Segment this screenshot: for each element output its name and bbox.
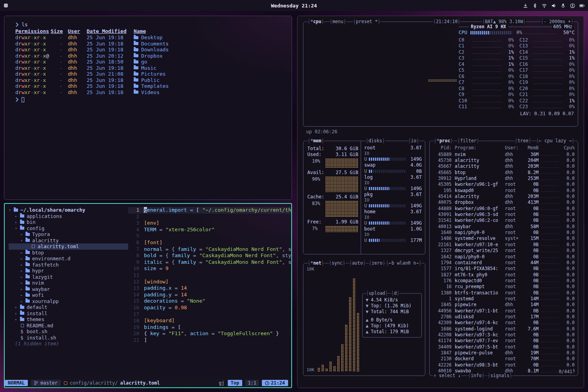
tree-item-boot.sh[interactable]: $boot.sh — [9, 328, 128, 335]
select-control[interactable]: ↑ select ↓ — [433, 373, 461, 379]
volume-icon[interactable] — [551, 3, 557, 9]
process-row[interactable]: 22161 kworker/u97:10-e root 0B 0.0 — [433, 241, 575, 247]
line-number: 11 — [128, 272, 139, 279]
disk-size: 3.6T — [410, 192, 422, 198]
process-row[interactable]: 45667 alacritty dhh 203M 0.0 — [433, 163, 575, 169]
info-button[interactable]: info — [467, 373, 485, 379]
tree-item-waybar[interactable]: ▸waybar — [9, 286, 128, 292]
process-row[interactable]: 44956 kworker/u97:1-bt root 0B 0.0 — [433, 308, 575, 314]
tree-item-wofi[interactable]: ▸wofi — [9, 292, 128, 298]
io-title[interactable]: io — [408, 138, 419, 144]
process-row[interactable]: 1686 systemd-logind root 7.6M 0.0 — [433, 326, 575, 332]
process-row[interactable]: 45889 nvim dhh 36M 0.0 — [433, 151, 575, 157]
process-cpu: 0.0 — [561, 254, 575, 260]
process-row[interactable]: 2786 udisksd root 17M 0.0 — [433, 314, 575, 319]
process-row[interactable]: 1827 mt76-tx phy0 root 0B 0.0 — [433, 272, 575, 278]
bluetooth-icon[interactable] — [532, 3, 538, 9]
process-row[interactable]: 40010 swaybg dhh 8.1M 0.0 — [433, 368, 575, 372]
account-icon[interactable] — [570, 3, 575, 9]
disk-used-label: U — [364, 220, 367, 226]
signals-button[interactable]: signals — [487, 373, 513, 379]
process-row[interactable]: 44889 kworker/u96:0-gf root 0B 0.0 — [433, 205, 575, 211]
tree-item-bin[interactable]: ▸bin — [9, 219, 128, 225]
tree-item-fastfetch[interactable]: ▸fastfetch — [9, 262, 128, 268]
preset-button[interactable]: preset * — [353, 19, 381, 25]
tree-item-nvim[interactable]: ▸nvim — [9, 280, 128, 286]
process-program: dropbox — [455, 200, 505, 205]
column-memory[interactable]: MemB — [523, 145, 539, 151]
cpu-temperature: 50°C — [558, 30, 575, 35]
process-row[interactable]: 1327 dmcrypt_write/25 root 0B 0.0 — [433, 248, 575, 254]
sort-control[interactable]: ← cpu lazy → — [536, 138, 575, 144]
tree-item-applications[interactable]: ▸applications — [9, 213, 128, 220]
process-row[interactable]: 16 rcu_preempt root 0B 0.0 — [433, 284, 575, 290]
filter-button[interactable]: filter — [457, 138, 479, 144]
process-row[interactable]: 1642 napi/phy0-0 root 0B 0.0 — [433, 254, 575, 260]
process-row[interactable]: 1 systemd root 14M 0.0 — [433, 296, 575, 301]
process-row[interactable]: 42226 kworker/u98:3-bt root 0B 0.0 — [433, 362, 575, 368]
process-row[interactable]: 45305 kworker/u96:1-gf root 0B 0.0 — [433, 181, 575, 187]
tree-item-btop[interactable]: ▸btop — [9, 250, 128, 256]
process-row[interactable]: 195 kswapd0 root 0B 0.0 — [433, 187, 575, 193]
process-program: kcompactd0 — [455, 278, 505, 283]
process-row[interactable]: 31541 kworker/u96:2-co root 0B 0.0 — [433, 218, 575, 223]
process-row[interactable]: 40013 waybar dhh 58M 0.0 — [433, 223, 575, 229]
process-memory: 17M — [523, 314, 539, 319]
process-program: irq/81-PIXA3854: — [455, 266, 505, 271]
process-row[interactable]: 43091 kworker/u96:3-sd root 0B 0.0 — [433, 211, 575, 217]
disk-usage-meter — [369, 221, 406, 225]
tree-item-README.md[interactable]: README.md — [9, 323, 128, 329]
process-row[interactable]: 1794 containerd root 44M 0.0 — [433, 260, 575, 265]
process-row[interactable]: 42309 kworker/u97:4-kc root 0B 0.0 — [433, 320, 575, 326]
tree-root[interactable]: ▾ ~/.local/share/omarchy — [9, 207, 128, 213]
process-row[interactable]: 1486 systemd-resolve syst+ 15M 0.0 — [433, 236, 575, 241]
tree-item-hypr[interactable]: ▸hypr — [9, 268, 128, 274]
process-cpu: 0.0 — [561, 278, 575, 283]
process-row[interactable]: 42208 kworker/u97:3-kc root 0B 0.0 — [433, 332, 575, 338]
core-name: C7 — [459, 80, 470, 85]
sync-button[interactable]: sync — [328, 260, 346, 266]
tree-item-alacritty.toml[interactable]: alacritty.toml — [9, 243, 128, 250]
column-user[interactable]: User: — [505, 145, 523, 151]
menu-button[interactable]: menu — [329, 19, 347, 25]
battery-icon[interactable] — [579, 3, 585, 9]
process-row[interactable]: 34409 kworker/u97:5-bt root 0B 0.0 — [433, 344, 575, 350]
process-row[interactable]: 1640 napi/phy0-0 root 0B 0.0 — [433, 229, 575, 235]
tree-item-themes[interactable]: ▸themes — [9, 316, 128, 323]
process-row[interactable]: 1380 btrfs-transactio root 0B 0.0 — [433, 290, 575, 296]
tree-item-alacritty[interactable]: ▾alacritty — [9, 238, 128, 244]
tree-button[interactable]: tree — [514, 138, 532, 144]
process-row[interactable]: 1847 pipewire-pulse dhh 19M 0.0 — [433, 350, 575, 356]
tray-icon[interactable] — [523, 3, 528, 9]
zero-button[interactable]: zero — [368, 260, 386, 266]
column-program[interactable]: Program: — [455, 145, 505, 151]
column-pid[interactable]: Pid: — [433, 145, 452, 151]
process-row[interactable]: 39912 Hyprland dhh 253M 0.0 — [433, 175, 575, 181]
auto-button[interactable]: auto — [349, 260, 366, 266]
process-row[interactable]: 176 kcompactd0 root 0B 0.0 — [433, 278, 575, 283]
refresh-rate-control[interactable]: - 2000ms + — [541, 19, 574, 25]
net-scale-bottom: 10K — [307, 367, 314, 372]
process-row[interactable]: 2130 dockerd root 70M 0.0 — [433, 356, 575, 362]
process-row[interactable]: 45414 alacritty dhh 203M 0.0 — [433, 193, 575, 199]
process-row[interactable]: 1845 pipewire dhh 14M 0.0 — [433, 302, 575, 308]
process-memory: 203M — [523, 194, 539, 199]
tree-item-install[interactable]: ▸install — [9, 310, 128, 317]
tree-item-Typora[interactable]: ▸Typora — [9, 231, 128, 238]
process-row[interactable]: 1577 irq/81-PIXA3854: root 0B 0.0 — [433, 266, 575, 272]
code-editor[interactable]: 1general.import = [ "~/.config/omarchy/c… — [128, 204, 291, 379]
tree-item-install.sh[interactable]: $install.sh — [9, 335, 128, 341]
process-row[interactable]: 41174 kworker/u97:7-ev root 0B 0.0 — [433, 338, 575, 344]
interface-selector[interactable]: ←b wlan0 n→ — [386, 260, 422, 266]
process-row[interactable]: 40075 dropbox dhh 413M 0.0 — [433, 200, 575, 205]
process-row[interactable]: 45730 alacritty dhh 204M 0.0 — [433, 157, 575, 163]
tree-item-environment.d[interactable]: ▸environment.d — [9, 256, 128, 262]
tree-item-config[interactable]: ▾config — [9, 225, 128, 232]
tree-item-default[interactable]: ▸default — [9, 304, 128, 310]
process-row[interactable]: 45665 btop dhh 8.2M 0.0 — [433, 169, 575, 175]
tree-item-lazygit[interactable]: ▸lazygit — [9, 274, 128, 280]
wifi-icon[interactable] — [541, 3, 547, 9]
mic-icon[interactable] — [560, 3, 566, 9]
tree-item-xournalpp[interactable]: ▸xournalpp — [9, 298, 128, 305]
column-cpu[interactable]: Cpu% — [561, 145, 575, 151]
